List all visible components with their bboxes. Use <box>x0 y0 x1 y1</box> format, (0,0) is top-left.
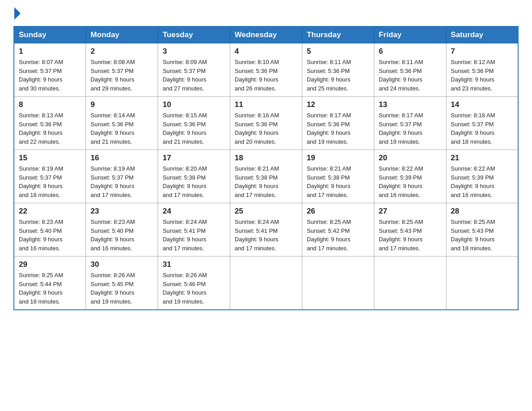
day-info: Sunrise: 8:22 AMSunset: 5:39 PMDaylight:… <box>451 165 495 198</box>
day-number: 27 <box>379 207 442 216</box>
day-info: Sunrise: 8:25 AMSunset: 5:43 PMDaylight:… <box>451 218 495 252</box>
day-info: Sunrise: 8:24 AMSunset: 5:41 PMDaylight:… <box>235 218 279 252</box>
day-number: 4 <box>235 47 297 56</box>
day-info: Sunrise: 8:19 AMSunset: 5:37 PMDaylight:… <box>19 165 63 198</box>
calendar-cell: 2 Sunrise: 8:08 AMSunset: 5:37 PMDayligh… <box>86 43 158 97</box>
calendar-body: 1 Sunrise: 8:07 AMSunset: 5:37 PMDayligh… <box>14 43 518 310</box>
day-number: 28 <box>451 207 513 216</box>
calendar-cell: 21 Sunrise: 8:22 AMSunset: 5:39 PMDaylig… <box>446 150 518 203</box>
day-info: Sunrise: 8:25 AMSunset: 5:42 PMDaylight:… <box>307 218 351 252</box>
calendar-cell: 9 Sunrise: 8:14 AMSunset: 5:36 PMDayligh… <box>86 97 158 150</box>
day-info: Sunrise: 8:10 AMSunset: 5:36 PMDaylight:… <box>235 59 279 92</box>
calendar-cell: 19 Sunrise: 8:21 AMSunset: 5:38 PMDaylig… <box>302 150 374 203</box>
calendar-cell: 22 Sunrise: 8:23 AMSunset: 5:40 PMDaylig… <box>14 203 86 257</box>
calendar-cell: 7 Sunrise: 8:12 AMSunset: 5:36 PMDayligh… <box>446 43 518 97</box>
week-row-2: 8 Sunrise: 8:13 AMSunset: 5:36 PMDayligh… <box>14 97 518 150</box>
calendar-cell: 30 Sunrise: 8:26 AMSunset: 5:45 PMDaylig… <box>86 257 158 310</box>
calendar-cell: 29 Sunrise: 8:25 AMSunset: 5:44 PMDaylig… <box>14 257 86 310</box>
day-number: 24 <box>163 207 225 216</box>
day-number: 26 <box>307 207 369 216</box>
calendar-cell: 6 Sunrise: 8:11 AMSunset: 5:36 PMDayligh… <box>374 43 446 97</box>
week-row-3: 15 Sunrise: 8:19 AMSunset: 5:37 PMDaylig… <box>14 150 518 203</box>
calendar-cell: 15 Sunrise: 8:19 AMSunset: 5:37 PMDaylig… <box>14 150 86 203</box>
day-info: Sunrise: 8:26 AMSunset: 5:46 PMDaylight:… <box>163 272 207 305</box>
day-info: Sunrise: 8:18 AMSunset: 5:37 PMDaylight:… <box>451 112 495 145</box>
header-tuesday: Tuesday <box>158 26 230 43</box>
day-number: 1 <box>19 47 81 56</box>
day-number: 19 <box>307 154 369 163</box>
calendar-cell: 14 Sunrise: 8:18 AMSunset: 5:37 PMDaylig… <box>446 97 518 150</box>
day-info: Sunrise: 8:13 AMSunset: 5:36 PMDaylight:… <box>19 112 63 145</box>
header-monday: Monday <box>86 26 158 43</box>
header-saturday: Saturday <box>446 26 518 43</box>
week-row-4: 22 Sunrise: 8:23 AMSunset: 5:40 PMDaylig… <box>14 203 518 257</box>
day-info: Sunrise: 8:09 AMSunset: 5:37 PMDaylight:… <box>163 59 207 92</box>
day-info: Sunrise: 8:07 AMSunset: 5:37 PMDaylight:… <box>19 59 63 92</box>
day-info: Sunrise: 8:17 AMSunset: 5:37 PMDaylight:… <box>379 112 423 145</box>
day-number: 15 <box>19 154 81 163</box>
day-number: 10 <box>163 100 225 109</box>
week-row-1: 1 Sunrise: 8:07 AMSunset: 5:37 PMDayligh… <box>14 43 518 97</box>
day-info: Sunrise: 8:17 AMSunset: 5:36 PMDaylight:… <box>307 112 351 145</box>
day-info: Sunrise: 8:15 AMSunset: 5:36 PMDaylight:… <box>163 112 207 145</box>
calendar-table: SundayMondayTuesdayWednesdayThursdayFrid… <box>13 26 519 310</box>
day-info: Sunrise: 8:14 AMSunset: 5:36 PMDaylight:… <box>90 112 135 145</box>
calendar-cell: 24 Sunrise: 8:24 AMSunset: 5:41 PMDaylig… <box>158 203 230 257</box>
day-number: 22 <box>19 207 81 216</box>
logo <box>13 9 21 17</box>
calendar-cell: 4 Sunrise: 8:10 AMSunset: 5:36 PMDayligh… <box>230 43 302 97</box>
day-info: Sunrise: 8:21 AMSunset: 5:38 PMDaylight:… <box>307 165 351 198</box>
day-number: 13 <box>379 100 442 109</box>
calendar-header: SundayMondayTuesdayWednesdayThursdayFrid… <box>14 26 518 43</box>
day-number: 31 <box>163 260 225 269</box>
calendar-cell: 10 Sunrise: 8:15 AMSunset: 5:36 PMDaylig… <box>158 97 230 150</box>
calendar-cell <box>446 257 518 310</box>
calendar-cell: 5 Sunrise: 8:11 AMSunset: 5:36 PMDayligh… <box>302 43 374 97</box>
day-number: 8 <box>19 100 81 109</box>
day-number: 18 <box>235 154 297 163</box>
calendar-cell: 3 Sunrise: 8:09 AMSunset: 5:37 PMDayligh… <box>158 43 230 97</box>
calendar-cell: 1 Sunrise: 8:07 AMSunset: 5:37 PMDayligh… <box>14 43 86 97</box>
day-number: 2 <box>90 47 153 56</box>
day-number: 20 <box>379 154 442 163</box>
calendar-cell <box>374 257 446 310</box>
header-wednesday: Wednesday <box>230 26 302 43</box>
day-number: 11 <box>235 100 297 109</box>
day-number: 12 <box>307 100 369 109</box>
day-info: Sunrise: 8:16 AMSunset: 5:36 PMDaylight:… <box>235 112 279 145</box>
header-thursday: Thursday <box>302 26 374 43</box>
logo-arrow-icon <box>14 7 21 20</box>
header-row: SundayMondayTuesdayWednesdayThursdayFrid… <box>14 26 518 43</box>
day-info: Sunrise: 8:25 AMSunset: 5:44 PMDaylight:… <box>19 272 63 305</box>
day-info: Sunrise: 8:11 AMSunset: 5:36 PMDaylight:… <box>307 59 351 92</box>
calendar-cell: 26 Sunrise: 8:25 AMSunset: 5:42 PMDaylig… <box>302 203 374 257</box>
calendar-cell: 28 Sunrise: 8:25 AMSunset: 5:43 PMDaylig… <box>446 203 518 257</box>
calendar-cell: 18 Sunrise: 8:21 AMSunset: 5:38 PMDaylig… <box>230 150 302 203</box>
day-info: Sunrise: 8:23 AMSunset: 5:40 PMDaylight:… <box>19 218 63 252</box>
day-info: Sunrise: 8:11 AMSunset: 5:36 PMDaylight:… <box>379 59 423 92</box>
calendar-cell: 16 Sunrise: 8:19 AMSunset: 5:37 PMDaylig… <box>86 150 158 203</box>
calendar-cell: 23 Sunrise: 8:23 AMSunset: 5:40 PMDaylig… <box>86 203 158 257</box>
day-number: 30 <box>90 260 153 269</box>
calendar-cell: 13 Sunrise: 8:17 AMSunset: 5:37 PMDaylig… <box>374 97 446 150</box>
calendar-cell: 20 Sunrise: 8:22 AMSunset: 5:39 PMDaylig… <box>374 150 446 203</box>
calendar-cell: 31 Sunrise: 8:26 AMSunset: 5:46 PMDaylig… <box>158 257 230 310</box>
day-number: 14 <box>451 100 513 109</box>
day-number: 23 <box>90 207 153 216</box>
day-number: 9 <box>90 100 153 109</box>
day-info: Sunrise: 8:26 AMSunset: 5:45 PMDaylight:… <box>90 272 135 305</box>
day-number: 25 <box>235 207 297 216</box>
header-sunday: Sunday <box>14 26 86 43</box>
day-info: Sunrise: 8:21 AMSunset: 5:38 PMDaylight:… <box>235 165 279 198</box>
day-info: Sunrise: 8:20 AMSunset: 5:38 PMDaylight:… <box>163 165 207 198</box>
calendar-cell: 8 Sunrise: 8:13 AMSunset: 5:36 PMDayligh… <box>14 97 86 150</box>
calendar-cell: 17 Sunrise: 8:20 AMSunset: 5:38 PMDaylig… <box>158 150 230 203</box>
header-friday: Friday <box>374 26 446 43</box>
day-number: 7 <box>451 47 513 56</box>
day-info: Sunrise: 8:25 AMSunset: 5:43 PMDaylight:… <box>379 218 423 252</box>
calendar-cell: 27 Sunrise: 8:25 AMSunset: 5:43 PMDaylig… <box>374 203 446 257</box>
page-header <box>13 9 519 17</box>
calendar-cell <box>230 257 302 310</box>
week-row-5: 29 Sunrise: 8:25 AMSunset: 5:44 PMDaylig… <box>14 257 518 310</box>
day-number: 5 <box>307 47 369 56</box>
